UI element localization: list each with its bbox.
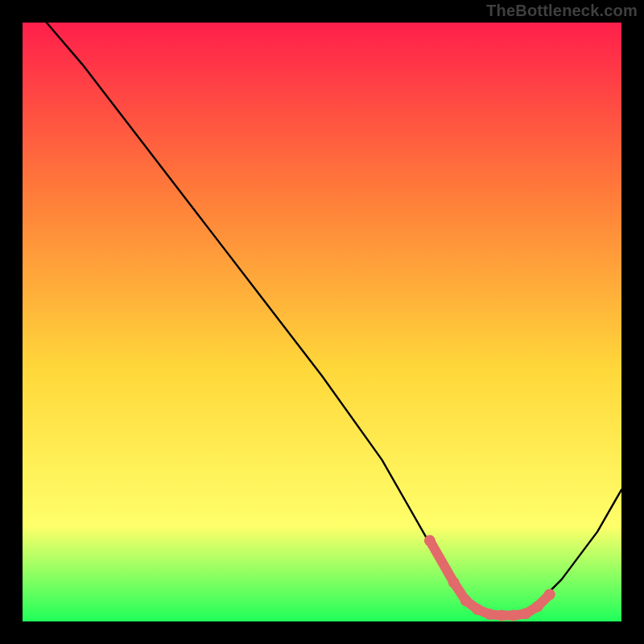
sweet-spot-dot — [460, 595, 472, 606]
sweet-spot-dot — [472, 604, 483, 615]
sweet-spot-dot — [508, 610, 519, 621]
sweet-spot-dot — [496, 610, 507, 621]
sweet-spot-dot — [544, 589, 555, 601]
sweet-spot-dot — [520, 608, 531, 619]
watermark-text: TheBottleneck.com — [486, 2, 638, 20]
sweet-spot-dot — [448, 577, 460, 588]
bottleneck-chart — [0, 0, 644, 644]
plot-area — [23, 23, 621, 621]
chart-stage: TheBottleneck.com — [0, 0, 644, 644]
sweet-spot-dot — [532, 601, 543, 612]
sweet-spot-dot — [484, 609, 495, 620]
sweet-spot-dot — [424, 535, 436, 547]
